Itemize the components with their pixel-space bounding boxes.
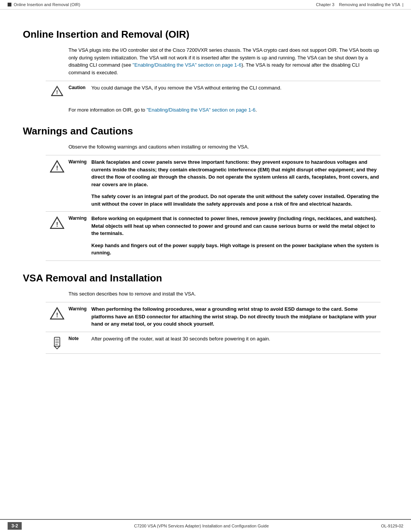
note-icon-col: [46, 335, 68, 350]
page-number: 3-2: [8, 522, 22, 530]
footer-doc-title: C7200 VSA (VPN Services Adapter) Install…: [134, 524, 269, 528]
warning2-para1: Before working on equipment that is conn…: [91, 215, 381, 237]
caution-label: Caution: [68, 84, 91, 90]
svg-text:!: !: [56, 89, 58, 95]
oir-body-text: The VSA plugs into the I/O controller sl…: [68, 46, 381, 76]
oir-body2: For more information on OIR, go to "Enab…: [68, 106, 381, 114]
warning1-icon-col: !: [46, 158, 68, 174]
warnings-intro: Observe the following warnings and cauti…: [68, 143, 381, 151]
warning1-para2: The safety cover is an integral part of …: [91, 193, 381, 208]
note-pencil-icon: [50, 336, 64, 350]
vsa-warning-triangle-icon: !: [50, 306, 64, 321]
warning1-text: Blank faceplates and cover panels serve …: [91, 158, 381, 208]
warning2-para2: Keep hands and fingers out of the power …: [91, 242, 381, 257]
vsa-warning-para1: When performing the following procedures…: [91, 305, 381, 328]
warning1-para1: Blank faceplates and cover panels serve …: [91, 158, 381, 188]
vsa-warning-text: When performing the following procedures…: [91, 305, 381, 328]
svg-text:!: !: [56, 311, 58, 319]
vsa-warning-label: Warning: [68, 305, 91, 312]
vsa-warning-block: ! Warning When performing the following …: [46, 302, 381, 332]
caution-block: ! Caution You could damage the VSA, if y…: [46, 81, 381, 101]
footer-doc-num: OL-9129-02: [381, 524, 403, 528]
note-text: After powering off the router, wait at l…: [91, 335, 381, 343]
warning1-block: ! Warning Blank faceplates and cover pan…: [46, 155, 381, 211]
main-content: Online Insertion and Removal (OIR) The V…: [0, 10, 411, 384]
chapter-label: Chapter 3 Removing and Installing the VS…: [316, 2, 403, 7]
warning2-icon-col: !: [46, 215, 68, 230]
warning2-text: Before working on equipment that is conn…: [91, 215, 381, 257]
warning1-label: Warning: [68, 158, 91, 165]
warning2-triangle-icon: !: [50, 216, 64, 230]
warning2-block: ! Warning Before working on equipment th…: [46, 211, 381, 261]
warning1-triangle-icon: !: [50, 159, 64, 174]
svg-marker-9: [54, 346, 60, 349]
vsa-intro: This section describes how to remove and…: [68, 290, 381, 298]
vsa-section-title: VSA Removal and Installation: [23, 272, 388, 284]
caution-triangle-icon: !: [51, 85, 63, 97]
breadcrumb-area: Online Insertion and Removal (OIR): [8, 2, 80, 7]
warnings-section-title: Warnings and Cautions: [23, 125, 388, 137]
warning2-label: Warning: [68, 215, 91, 221]
caution-text: You could damage the VSA, if you remove …: [91, 84, 381, 92]
breadcrumb: Online Insertion and Removal (OIR): [14, 2, 80, 7]
note-block: Note After powering off the router, wait…: [46, 332, 381, 354]
header-square-icon: [8, 3, 11, 6]
svg-text:!: !: [56, 164, 58, 172]
oir-link-1[interactable]: "Enabling/Disabling the VSA" section on …: [132, 62, 241, 68]
note-label: Note: [68, 335, 91, 341]
oir-link-2[interactable]: "Enabling/Disabling the VSA" section on …: [147, 107, 255, 113]
svg-text:!: !: [56, 220, 58, 228]
page-header: Online Insertion and Removal (OIR) Chapt…: [0, 0, 411, 10]
page-footer: 3-2 C7200 VSA (VPN Services Adapter) Ins…: [0, 519, 411, 532]
oir-section-title: Online Insertion and Removal (OIR): [23, 29, 388, 40]
vsa-warning-icon-col: !: [46, 305, 68, 321]
caution-icon-col: !: [46, 84, 68, 97]
svg-rect-8: [54, 337, 60, 346]
